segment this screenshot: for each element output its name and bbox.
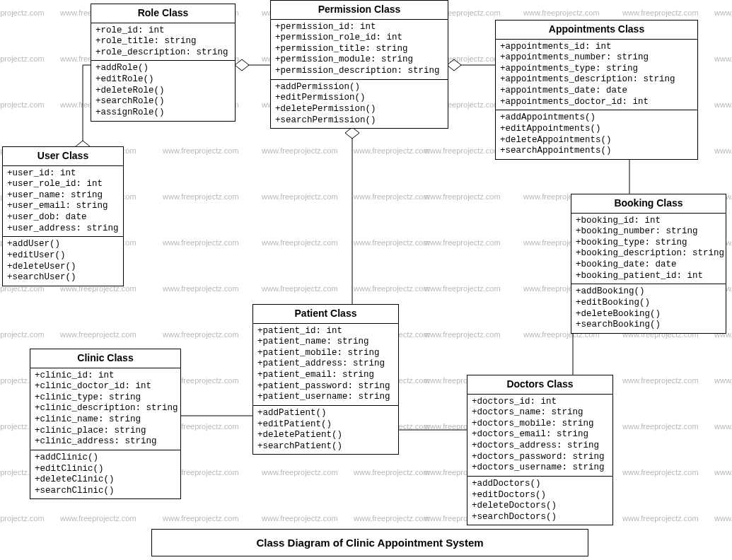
class-permission-attrs: +permission_id: int+permission_role_id: … bbox=[271, 20, 448, 80]
class-patient-title: Patient Class bbox=[253, 305, 398, 324]
class-patient: Patient Class +patient_id: int+patient_n… bbox=[252, 304, 399, 455]
svg-marker-5 bbox=[447, 59, 461, 71]
class-user-attrs: +user_id: int+user_role_id: int+user_nam… bbox=[3, 166, 123, 238]
svg-marker-3 bbox=[235, 59, 249, 71]
class-appointments-title: Appointments Class bbox=[496, 21, 697, 40]
class-doctors: Doctors Class +doctors_id: int+doctors_n… bbox=[467, 375, 613, 525]
class-user: User Class +user_id: int+user_role_id: i… bbox=[2, 146, 124, 286]
class-role-attrs: +role_id: int+role_title: string+role_de… bbox=[91, 23, 235, 62]
class-appointments: Appointments Class +appointments_id: int… bbox=[495, 20, 698, 160]
class-permission-ops: +addPermission()+editPermission()+delete… bbox=[271, 80, 448, 129]
class-patient-ops: +addPatient()+editPatient()+deletePatien… bbox=[253, 406, 398, 455]
class-patient-attrs: +patient_id: int+patient_name: string+pa… bbox=[253, 324, 398, 406]
class-role-title: Role Class bbox=[91, 4, 235, 23]
class-booking-title: Booking Class bbox=[571, 194, 726, 214]
class-booking-attrs: +booking_id: int+booking_number: string+… bbox=[571, 214, 726, 285]
class-appointments-ops: +addAppointments()+editAppointments()+de… bbox=[496, 110, 697, 159]
class-role: Role Class +role_id: int+role_title: str… bbox=[91, 4, 236, 122]
class-permission: Permission Class +permission_id: int+per… bbox=[270, 0, 448, 129]
class-clinic-title: Clinic Class bbox=[30, 349, 180, 368]
class-clinic-ops: +addClinic()+editClinic()+deleteClinic()… bbox=[30, 450, 180, 499]
class-user-ops: +addUser()+editUser()+deleteUser()+searc… bbox=[3, 237, 123, 286]
diagram-title: Class Diagram of Clinic Appointment Syst… bbox=[151, 529, 588, 556]
svg-marker-7 bbox=[345, 127, 359, 139]
class-booking: Booking Class +booking_id: int+booking_n… bbox=[571, 194, 726, 334]
class-doctors-title: Doctors Class bbox=[467, 375, 612, 395]
class-permission-title: Permission Class bbox=[271, 1, 448, 20]
class-doctors-ops: +addDoctors()+editDoctors()+deleteDoctor… bbox=[467, 477, 612, 525]
class-doctors-attrs: +doctors_id: int+doctors_name: string+do… bbox=[467, 395, 612, 477]
class-booking-ops: +addBooking()+editBooking()+deleteBookin… bbox=[571, 284, 726, 333]
class-clinic-attrs: +clinic_id: int+clinic_doctor_id: int+cl… bbox=[30, 368, 180, 450]
class-user-title: User Class bbox=[3, 147, 123, 166]
class-clinic: Clinic Class +clinic_id: int+clinic_doct… bbox=[30, 349, 181, 499]
class-role-ops: +addRole()+editRole()+deleteRole()+searc… bbox=[91, 61, 235, 120]
class-appointments-attrs: +appointments_id: int+appointments_numbe… bbox=[496, 40, 697, 111]
